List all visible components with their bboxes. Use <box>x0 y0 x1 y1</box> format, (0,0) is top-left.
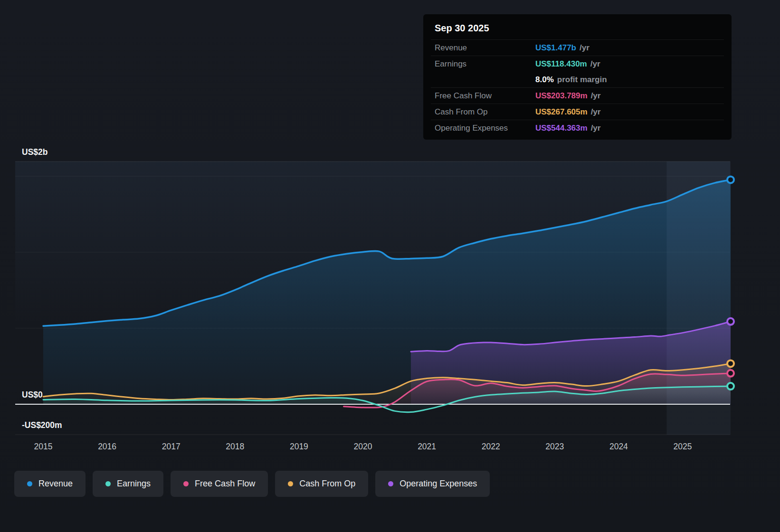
tooltip-row-free-cash-flow: Free Cash FlowUS$203.789m/yr <box>431 87 724 104</box>
y-tick-us-200m: -US$200m <box>22 420 62 430</box>
chart-tooltip: Sep 30 2025 RevenueUS$1.477b/yrEarningsU… <box>423 14 732 140</box>
app-root: 2015201620172018201920202021202220232024… <box>0 0 780 532</box>
y-tick-us-0: US$0 <box>22 390 43 399</box>
legend-label: Earnings <box>117 479 151 489</box>
x-tick-2019: 2019 <box>290 442 308 451</box>
tooltip-row-revenue: RevenueUS$1.477b/yr <box>431 39 724 56</box>
x-tick-2024: 2024 <box>609 442 628 451</box>
endpoint-marker-revenue <box>727 176 734 183</box>
tooltip-row-label: Revenue <box>435 43 535 53</box>
x-tick-2016: 2016 <box>98 442 116 451</box>
tooltip-row-suffix: /yr <box>591 91 601 101</box>
tooltip-row-value: US$1.477b <box>535 43 576 53</box>
endpoint-marker-free-cash-flow <box>727 370 734 377</box>
legend-dot-cash-from-op <box>288 481 293 486</box>
tooltip-date: Sep 30 2025 <box>431 19 724 39</box>
tooltip-row-label: Cash From Op <box>435 107 535 117</box>
tooltip-row-value: US$118.430m <box>535 59 587 69</box>
endpoint-marker-earnings <box>727 383 734 390</box>
tooltip-row-value: US$267.605m <box>535 107 588 117</box>
chart-legend: RevenueEarningsFree Cash FlowCash From O… <box>14 471 490 497</box>
tooltip-row-cash-from-op: Cash From OpUS$267.605m/yr <box>431 104 724 120</box>
endpoint-marker-operating-expenses <box>727 318 734 325</box>
x-tick-2022: 2022 <box>482 442 500 451</box>
tooltip-row-earnings: EarningsUS$118.430m/yr <box>431 56 724 72</box>
tooltip-row-label: Free Cash Flow <box>435 91 535 101</box>
legend-dot-operating-expenses <box>388 481 393 486</box>
tooltip-row-suffix: /yr <box>591 124 601 133</box>
tooltip-row-profit-margin: 8.0%profit margin <box>431 72 724 87</box>
x-axis-labels: 2015201620172018201920202021202220232024… <box>34 442 692 451</box>
tooltip-row-suffix: /yr <box>590 59 600 69</box>
tooltip-row-label: Earnings <box>435 59 535 69</box>
tooltip-rows: RevenueUS$1.477b/yrEarningsUS$118.430m/y… <box>431 39 724 136</box>
tooltip-row-suffix: /yr <box>580 43 590 53</box>
x-tick-2017: 2017 <box>162 442 181 451</box>
legend-dot-earnings <box>105 481 111 486</box>
legend-item-revenue[interactable]: Revenue <box>14 471 86 497</box>
tooltip-row-value: US$203.789m <box>535 91 588 101</box>
legend-label: Revenue <box>38 479 73 489</box>
x-tick-2020: 2020 <box>354 442 372 451</box>
legend-dot-free-cash-flow <box>183 481 189 486</box>
y-tick-us-2b: US$2b <box>22 147 48 157</box>
x-tick-2015: 2015 <box>34 442 53 451</box>
legend-item-earnings[interactable]: Earnings <box>93 471 163 497</box>
tooltip-row-suffix: profit margin <box>557 75 607 85</box>
x-tick-2025: 2025 <box>674 442 692 451</box>
legend-item-cash-from-op[interactable]: Cash From Op <box>275 471 368 497</box>
legend-label: Cash From Op <box>299 479 355 489</box>
x-tick-2023: 2023 <box>545 442 564 451</box>
tooltip-row-value: US$544.363m <box>535 124 588 133</box>
tooltip-row-label: Operating Expenses <box>435 124 535 133</box>
legend-label: Operating Expenses <box>400 479 477 489</box>
legend-item-operating-expenses[interactable]: Operating Expenses <box>375 471 490 497</box>
tooltip-row-value: 8.0% <box>535 75 554 85</box>
x-tick-2021: 2021 <box>418 442 436 451</box>
highlight-band-past-year <box>666 162 731 435</box>
tooltip-row-suffix: /yr <box>591 107 601 117</box>
legend-dot-revenue <box>27 481 32 486</box>
x-tick-2018: 2018 <box>226 442 244 451</box>
endpoint-marker-cash-from-op <box>727 360 734 367</box>
legend-label: Free Cash Flow <box>195 479 255 489</box>
legend-item-free-cash-flow[interactable]: Free Cash Flow <box>171 471 268 497</box>
tooltip-row-operating-expenses: Operating ExpensesUS$544.363m/yr <box>431 120 724 136</box>
